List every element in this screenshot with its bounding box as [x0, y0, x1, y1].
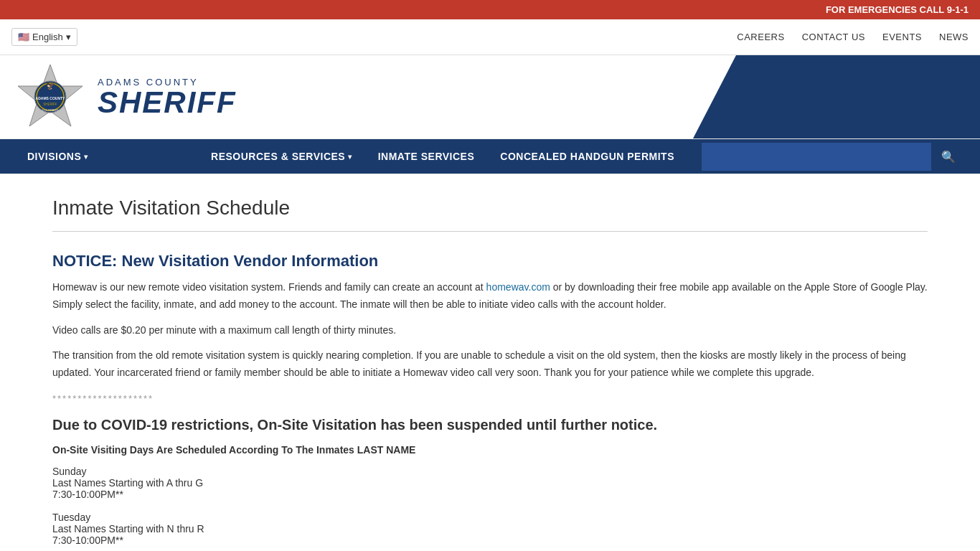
search-button[interactable]: 🔍: [931, 143, 966, 171]
concealed-handgun-menu[interactable]: CONCEALED HANDGUN PERMITS: [487, 141, 687, 172]
inmate-services-menu[interactable]: INMATE SERVICES: [365, 141, 488, 172]
language-label: English: [32, 32, 63, 42]
svg-text:SHERIFF: SHERIFF: [43, 103, 57, 106]
top-nav: 🇺🇸 English ▾ CAREERS CONTACT US EVENTS N…: [0, 19, 980, 55]
page-title: Inmate Visitation Schedule: [52, 197, 928, 220]
events-link[interactable]: EVENTS: [882, 32, 922, 42]
main-nav: DIVISIONS ▾ RESOURCES & SERVICES ▾ INMAT…: [0, 139, 980, 174]
sheriff-badge: 🦅 ADAMS COUNTY SHERIFF COLORADO: [14, 61, 86, 133]
notice-paragraph-3: The transition from the old remote visit…: [52, 347, 928, 382]
homewav-link[interactable]: homewav.com: [486, 281, 550, 293]
notice-heading: NOTICE: New Visitation Vendor Informatio…: [52, 252, 928, 270]
notice-p1-pre: Homewav is our new remote video visitati…: [52, 281, 486, 293]
resources-services-menu[interactable]: RESOURCES & SERVICES ▾: [198, 141, 365, 172]
tuesday-last-names: Last Names Starting with N thru R: [52, 523, 928, 534]
covid-heading: Due to COVID-19 restrictions, On-Site Vi…: [52, 415, 928, 434]
language-selector[interactable]: 🇺🇸 English ▾: [11, 28, 77, 46]
svg-text:ADAMS COUNTY: ADAMS COUNTY: [36, 96, 65, 100]
page-content: Inmate Visitation Schedule NOTICE: New V…: [24, 174, 956, 551]
tuesday-time: 7:30-10:00PM**: [52, 534, 928, 546]
svg-text:COLORADO: COLORADO: [42, 108, 59, 112]
language-area: 🇺🇸 English ▾: [11, 28, 77, 46]
notice-paragraph-1: Homewav is our new remote video visitati…: [52, 279, 928, 314]
svg-text:🦅: 🦅: [46, 81, 55, 90]
contact-us-link[interactable]: CONTACT US: [802, 32, 865, 42]
concealed-handgun-label: CONCEALED HANDGUN PERMITS: [500, 151, 674, 162]
header: 🦅 ADAMS COUNTY SHERIFF COLORADO ADAMS CO…: [0, 55, 980, 139]
sunday-day: Sunday: [52, 466, 928, 477]
logo-area: 🦅 ADAMS COUNTY SHERIFF COLORADO ADAMS CO…: [14, 61, 237, 133]
flag-icon: 🇺🇸: [18, 32, 29, 42]
header-diagonal: [693, 55, 980, 138]
news-link[interactable]: NEWS: [939, 32, 969, 42]
emergency-text: FOR EMERGENCIES CALL 9-1-1: [826, 4, 969, 15]
search-input[interactable]: [702, 143, 931, 169]
title-divider: [52, 231, 928, 232]
divisions-arrow-icon: ▾: [84, 153, 88, 161]
resources-services-label: RESOURCES & SERVICES: [211, 151, 345, 162]
careers-link[interactable]: CAREERS: [737, 32, 784, 42]
notice-paragraph-2: Video calls are $0.20 per minute with a …: [52, 322, 928, 339]
separator: ********************: [52, 393, 928, 404]
sheriff-text: SHERIFF: [98, 88, 237, 118]
search-icon: 🔍: [941, 151, 956, 163]
search-bar: 🔍: [702, 143, 966, 171]
divisions-menu[interactable]: DIVISIONS ▾: [14, 141, 101, 172]
schedule-sunday: Sunday Last Names Starting with A thru G…: [52, 466, 928, 500]
emergency-bar: FOR EMERGENCIES CALL 9-1-1: [0, 0, 980, 19]
sunday-time: 7:30-10:00PM**: [52, 489, 928, 500]
tuesday-day: Tuesday: [52, 512, 928, 523]
divisions-label: DIVISIONS: [27, 151, 81, 162]
schedule-label: On-Site Visiting Days Are Scheduled Acco…: [52, 444, 928, 456]
resources-arrow-icon: ▾: [348, 153, 352, 161]
schedule-tuesday: Tuesday Last Names Starting with N thru …: [52, 512, 928, 546]
sunday-last-names: Last Names Starting with A thru G: [52, 477, 928, 489]
dropdown-arrow-icon: ▾: [66, 32, 71, 42]
sheriff-title: ADAMS COUNTY SHERIFF: [98, 77, 237, 118]
inmate-services-label: INMATE SERVICES: [378, 151, 475, 162]
top-nav-links: CAREERS CONTACT US EVENTS NEWS: [737, 32, 969, 42]
